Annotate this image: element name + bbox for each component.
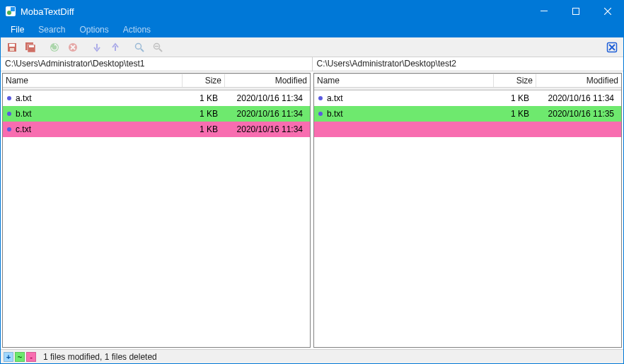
right-pane: Name Size Modified a.txt1 KB2020/10/16 1…	[313, 73, 622, 348]
file-row[interactable]: a.txt1 KB2020/10/16 11:34	[314, 90, 621, 106]
next-diff-button[interactable]	[88, 40, 105, 55]
cancel-button[interactable]	[64, 40, 81, 55]
file-modified: 2020/10/16 11:34	[222, 124, 307, 134]
file-icon	[318, 96, 323, 100]
left-pane: Name Size Modified a.txt1 KB2020/10/16 1…	[2, 73, 311, 348]
svg-rect-6	[9, 44, 15, 47]
file-name: c.txt	[16, 124, 180, 134]
menu-file[interactable]: File	[4, 22, 31, 37]
file-name: a.txt	[16, 93, 180, 103]
file-name: a.txt	[327, 93, 491, 103]
right-file-list[interactable]: a.txt1 KB2020/10/16 11:34b.txt1 KB2020/1…	[314, 90, 621, 347]
file-icon	[318, 112, 323, 116]
menu-search[interactable]: Search	[31, 22, 72, 37]
file-name: b.txt	[327, 109, 491, 119]
left-column-header[interactable]: Name Size Modified	[3, 74, 310, 88]
file-modified: 2020/10/16 11:34	[222, 109, 307, 119]
right-column-header[interactable]: Name Size Modified	[314, 74, 621, 88]
close-button[interactable]	[591, 1, 623, 22]
legend-added: +	[4, 352, 13, 362]
file-size: 1 KB	[180, 124, 222, 134]
zoom-reset-button[interactable]	[149, 40, 166, 55]
file-icon	[7, 96, 11, 100]
file-size: 1 KB	[180, 109, 222, 119]
close-panel-button[interactable]	[603, 40, 620, 55]
app-icon	[5, 6, 16, 17]
file-row[interactable]: c.txt1 KB2020/10/16 11:34	[3, 122, 310, 137]
svg-rect-10	[29, 45, 34, 47]
file-modified: 2020/10/16 11:35	[533, 109, 618, 119]
file-modified: 2020/10/16 11:34	[222, 93, 307, 103]
file-modified: 2020/10/16 11:34	[533, 93, 618, 103]
file-icon	[7, 112, 11, 116]
svg-rect-7	[10, 48, 14, 51]
file-row[interactable]: a.txt1 KB2020/10/16 11:34	[3, 90, 310, 106]
file-size: 1 KB	[180, 93, 222, 103]
col-modified[interactable]: Modified	[536, 74, 621, 87]
col-size[interactable]: Size	[494, 74, 536, 87]
file-icon	[7, 127, 11, 131]
svg-point-13	[136, 43, 141, 49]
legend-modified: ~	[15, 352, 25, 362]
col-modified[interactable]: Modified	[225, 74, 310, 87]
file-name: b.txt	[16, 109, 180, 119]
maximize-button[interactable]	[560, 1, 591, 22]
save-all-button[interactable]	[22, 40, 39, 55]
right-path[interactable]: C:\Users\Administrator\Desktop\test2	[312, 57, 624, 71]
menu-actions[interactable]: Actions	[116, 22, 158, 37]
save-button[interactable]	[4, 40, 21, 55]
file-row[interactable]: b.txt1 KB2020/10/16 11:34	[3, 106, 310, 122]
menu-options[interactable]: Options	[72, 22, 115, 37]
prev-diff-button[interactable]	[107, 40, 124, 55]
path-bar: C:\Users\Administrator\Desktop\test1 C:\…	[1, 57, 623, 71]
file-row[interactable]: b.txt1 KB2020/10/16 11:35	[314, 106, 621, 122]
zoom-button[interactable]	[131, 40, 148, 55]
minimize-button[interactable]	[528, 1, 560, 22]
col-name[interactable]: Name	[3, 74, 183, 87]
status-summary: 1 files modified, 1 files deleted	[43, 352, 157, 362]
compare-panes: Name Size Modified a.txt1 KB2020/10/16 1…	[1, 71, 623, 349]
file-row[interactable]	[314, 122, 621, 137]
left-path[interactable]: C:\Users\Administrator\Desktop\test1	[1, 57, 312, 71]
refresh-button[interactable]	[46, 40, 63, 55]
col-size[interactable]: Size	[183, 74, 225, 87]
file-size: 1 KB	[491, 109, 533, 119]
svg-rect-3	[541, 11, 548, 11]
statusbar: + ~ - 1 files modified, 1 files deleted	[1, 349, 623, 363]
col-name[interactable]: Name	[314, 74, 494, 87]
svg-rect-2	[11, 7, 15, 11]
window-title: MobaTextDiff	[21, 6, 528, 17]
svg-rect-4	[572, 8, 579, 15]
titlebar: MobaTextDiff	[1, 1, 623, 22]
legend-deleted: -	[26, 352, 36, 362]
menubar: File Search Options Actions	[1, 22, 623, 37]
toolbar	[1, 37, 623, 57]
left-file-list[interactable]: a.txt1 KB2020/10/16 11:34b.txt1 KB2020/1…	[3, 90, 310, 347]
file-size: 1 KB	[491, 93, 533, 103]
